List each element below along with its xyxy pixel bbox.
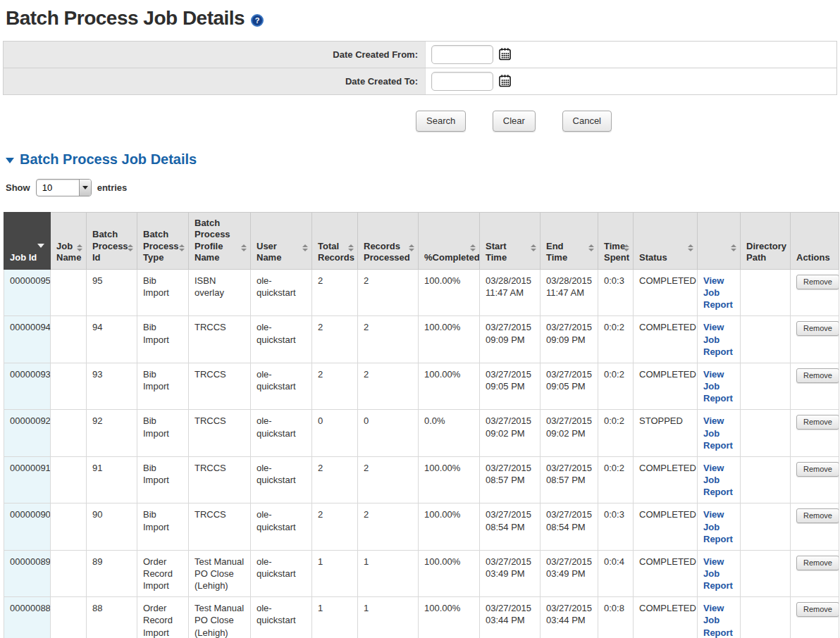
cell-records_processed: 1	[358, 597, 419, 638]
cell-batch_process_profile_name: TRCCS	[189, 316, 251, 363]
cell-time_spent: 0:0:2	[598, 410, 634, 456]
cell-report: View Job Report	[698, 503, 741, 550]
cell-job_name	[51, 550, 87, 596]
cell-directory_path	[741, 410, 791, 456]
cell-time_spent: 0:0:2	[598, 316, 634, 363]
cell-user_name: ole-quickstart	[251, 363, 312, 409]
cell-total_records: 2	[312, 503, 358, 550]
cell-end_time: 03/27/2015 09:02 PM	[541, 410, 598, 456]
col-header-label: User Name	[257, 241, 281, 263]
cell-status: COMPLETED	[634, 316, 698, 363]
cell-user_name: ole-quickstart	[251, 410, 312, 456]
view-job-report-link[interactable]: View Job Report	[703, 509, 733, 544]
cell-actions: Remove	[791, 410, 839, 456]
col-header-label: Batch Process Id	[92, 229, 128, 263]
col-header-records_processed[interactable]: Records Processed	[358, 213, 419, 270]
search-form: Date Created From:	[3, 41, 837, 95]
cell-batch_process_id: 93	[87, 363, 137, 409]
cell-actions: Remove	[791, 503, 839, 550]
col-header-end_time[interactable]: End Time	[541, 213, 598, 270]
cell-actions: Remove	[791, 456, 839, 503]
cell-pct_completed: 100.00%	[419, 270, 480, 316]
date-created-to-calendar-button[interactable]	[498, 74, 512, 89]
page: Batch Process Job Details ? Date Created…	[0, 0, 840, 638]
cell-end_time: 03/27/2015 09:09 PM	[541, 316, 598, 363]
col-header-total_records[interactable]: Total Records	[312, 213, 358, 270]
col-header-label: Batch Process Type	[143, 229, 179, 263]
cell-total_records: 0	[312, 410, 358, 456]
view-job-report-link[interactable]: View Job Report	[703, 556, 733, 591]
cell-batch_process_type: Bib Import	[137, 363, 189, 409]
help-icon[interactable]: ?	[251, 14, 264, 27]
cell-batch_process_id: 89	[87, 550, 137, 596]
col-header-time_spent[interactable]: Time Spent	[598, 213, 634, 270]
remove-button[interactable]: Remove	[796, 321, 839, 336]
collapse-triangle-icon[interactable]	[6, 158, 14, 163]
clear-button[interactable]: Clear	[493, 111, 536, 132]
col-header-batch_process_profile_name[interactable]: Batch Process Profile Name	[189, 213, 251, 270]
remove-button[interactable]: Remove	[796, 508, 839, 523]
col-header-label: Status	[639, 252, 667, 263]
cell-batch_process_profile_name: TRCCS	[189, 363, 251, 409]
cell-pct_completed: 100.00%	[419, 503, 480, 550]
view-job-report-link[interactable]: View Job Report	[703, 322, 733, 356]
cell-job_name	[51, 410, 87, 456]
cell-user_name: ole-quickstart	[251, 456, 312, 503]
cell-user_name: ole-quickstart	[251, 550, 312, 596]
cell-total_records: 2	[312, 316, 358, 363]
col-header-batch_process_type[interactable]: Batch Process Type	[137, 213, 189, 270]
sort-icon	[470, 244, 476, 251]
cell-batch_process_profile_name: TRCCS	[189, 410, 251, 456]
cell-end_time: 03/27/2015 08:57 PM	[541, 456, 598, 503]
remove-button[interactable]: Remove	[796, 368, 839, 383]
view-job-report-link[interactable]: View Job Report	[703, 603, 733, 637]
remove-button[interactable]: Remove	[796, 462, 839, 477]
cell-start_time: 03/27/2015 09:02 PM	[480, 410, 541, 456]
remove-button[interactable]: Remove	[796, 275, 839, 289]
chevron-down-icon[interactable]	[79, 180, 91, 196]
cell-job_name	[51, 270, 87, 316]
cell-batch_process_id: 95	[87, 270, 137, 316]
view-job-report-link[interactable]: View Job Report	[703, 369, 733, 404]
remove-button[interactable]: Remove	[796, 602, 839, 617]
view-job-report-link[interactable]: View Job Report	[703, 463, 733, 497]
cell-batch_process_id: 94	[87, 316, 137, 363]
search-button[interactable]: Search	[416, 111, 466, 132]
col-header-directory_path: Directory Path	[741, 213, 791, 270]
date-created-from-calendar-button[interactable]	[498, 47, 512, 63]
cell-report: View Job Report	[698, 550, 741, 596]
col-header-report[interactable]	[698, 213, 741, 270]
cell-batch_process_type: Order Record Import	[137, 597, 189, 638]
cell-end_time: 03/27/2015 08:54 PM	[541, 503, 598, 550]
col-header-label: Job Id	[10, 252, 37, 263]
cell-job_name	[51, 316, 87, 363]
cell-job_id: 00000092	[4, 410, 51, 456]
calendar-icon	[498, 74, 512, 89]
cell-actions: Remove	[791, 363, 839, 409]
col-header-label: Actions	[796, 252, 830, 263]
col-header-user_name[interactable]: User Name	[251, 213, 312, 270]
col-header-job_name[interactable]: Job Name	[51, 213, 87, 270]
remove-button[interactable]: Remove	[796, 415, 839, 430]
cell-pct_completed: 100.00%	[419, 597, 480, 638]
section-header: Batch Process Job Details	[6, 151, 836, 168]
date-created-to-input[interactable]	[431, 72, 493, 91]
col-header-pct_completed[interactable]: %Completed	[419, 213, 480, 270]
cell-directory_path	[741, 503, 791, 550]
view-job-report-link[interactable]: View Job Report	[703, 415, 733, 450]
entries-select[interactable]: 10	[37, 180, 79, 196]
sort-icon	[348, 244, 354, 251]
cell-time_spent: 0:0:3	[598, 503, 634, 550]
jobs-table: Job IdJob NameBatch Process IdBatch Proc…	[4, 212, 839, 638]
view-job-report-link[interactable]: View Job Report	[703, 275, 733, 310]
cancel-button[interactable]: Cancel	[562, 111, 612, 132]
col-header-batch_process_id[interactable]: Batch Process Id	[87, 213, 137, 270]
remove-button[interactable]: Remove	[796, 556, 839, 570]
date-created-from-input[interactable]	[431, 45, 493, 64]
col-header-job_id[interactable]: Job Id	[4, 213, 51, 270]
cell-batch_process_type: Order Record Import	[137, 550, 189, 596]
sort-icon	[77, 244, 82, 251]
col-header-start_time[interactable]: Start Time	[480, 213, 541, 270]
sort-icon	[624, 244, 629, 251]
col-header-status[interactable]: Status	[634, 213, 698, 270]
